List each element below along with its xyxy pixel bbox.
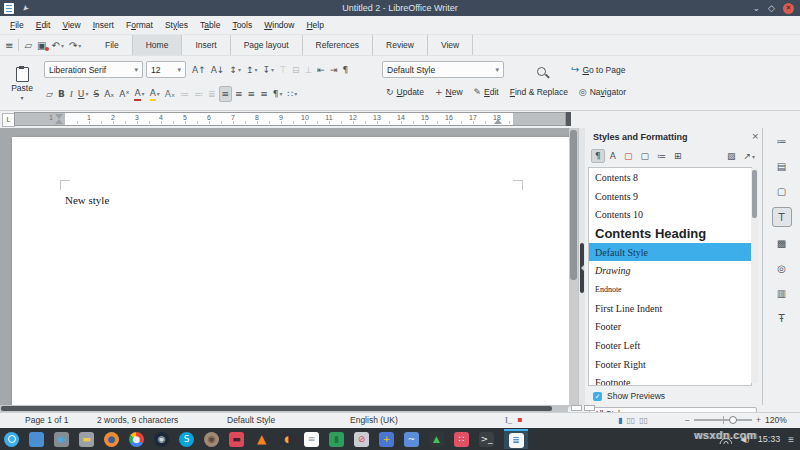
menu-item[interactable]: Help [300, 20, 329, 30]
notebookbar-tab[interactable]: Home [133, 35, 183, 55]
horizontal-scrollbar-thumb[interactable] [1, 406, 552, 411]
media-player-icon[interactable]: ▬ [229, 429, 244, 449]
audio-app-icon[interactable]: ~ [404, 429, 419, 449]
center-vertically-icon[interactable]: ⊟ [290, 62, 302, 78]
sidebar-splitter-handle[interactable] [580, 243, 584, 293]
find-replace-button[interactable]: Find & Replace [510, 87, 568, 97]
sidebar-tab-inspector[interactable]: Ŧ [773, 309, 791, 327]
zoom-in-button[interactable]: + [756, 415, 761, 425]
dots-app-icon[interactable]: ∷ [454, 429, 469, 449]
blocked-package-icon[interactable]: ⊘ [354, 429, 369, 449]
writer-taskbar-icon[interactable]: ≣ [504, 429, 528, 449]
superscript-icon[interactable]: Aˣ [117, 86, 131, 102]
menu-item[interactable]: Tools [226, 20, 258, 30]
menu-item[interactable]: File [4, 20, 30, 30]
dictionary-icon[interactable]: ▮ [329, 429, 344, 449]
zoom-slider-knob[interactable] [729, 416, 737, 424]
font-color-icon[interactable]: A▾ [132, 86, 146, 102]
numbered-list-icon[interactable]: ≕ [192, 86, 205, 102]
horizontal-ruler[interactable]: 1 123456789101112131415161718 [14, 112, 566, 126]
search-icon[interactable] [537, 67, 549, 79]
paragraph-style-combo[interactable]: Default Style ▾ [382, 61, 504, 78]
align-right-icon[interactable]: ≡ [246, 86, 258, 102]
chevron-down-icon[interactable]: ▾ [177, 66, 181, 74]
style-list-item[interactable]: Drawing [589, 261, 751, 280]
sidebar-tab-gallery[interactable]: ▩ [773, 234, 791, 252]
menu-item[interactable]: Styles [159, 20, 194, 30]
multi-page-view-icon[interactable]: ▯▯ [626, 415, 635, 425]
menu-item[interactable]: Format [120, 20, 159, 30]
goto-page-button[interactable]: ↪ Go to Page [571, 64, 625, 75]
sidebar-tab-page[interactable]: ▢ [773, 182, 791, 200]
book-view-icon[interactable]: ▯▯ [639, 415, 648, 425]
fill-format-mode-icon[interactable]: ▨ [724, 150, 739, 162]
maximize-button[interactable]: ◇ [768, 3, 775, 14]
show-desktop-icon[interactable]: ◉ [54, 429, 69, 449]
zoom-level[interactable]: 120% [765, 415, 787, 425]
justify-icon[interactable]: ≡ [258, 86, 270, 102]
style-list-item[interactable]: Contents Heading [589, 224, 751, 243]
clear-formatting-icon[interactable]: Aₓ [163, 86, 177, 102]
align-center-icon[interactable]: ≡ [233, 86, 245, 102]
sidebar-tab-document[interactable]: ▥ [773, 284, 791, 302]
crescent-app-icon[interactable]: ◖ [279, 429, 294, 449]
right-indent-marker[interactable] [494, 119, 502, 124]
styles-list-scrollbar[interactable] [751, 168, 758, 383]
menu-item[interactable]: Window [258, 20, 300, 30]
statusbar-paragraph-style[interactable]: Default Style [227, 415, 275, 425]
titlebar[interactable]: ➤ Untitled 2 - LibreOffice Writer ⌄ ◇ ✕ [0, 0, 800, 16]
align-left-icon[interactable]: ≡ [219, 86, 233, 102]
style-list-item[interactable]: Footer Right [589, 355, 751, 374]
close-button[interactable]: ✕ [783, 3, 794, 14]
notebookbar-tab[interactable]: File [92, 35, 133, 55]
sidebar-tab-format[interactable]: ▤ [773, 157, 791, 175]
grow-font-icon[interactable]: A↑ [190, 62, 208, 78]
paste-dropdown-caret[interactable]: ▾ [20, 94, 23, 101]
menu-item[interactable]: Insert [87, 20, 120, 30]
remote-desktop-icon[interactable]: + [379, 429, 394, 449]
file-manager-icon[interactable]: ▬ [79, 429, 94, 449]
word-count[interactable]: 2 words, 9 characters [97, 415, 178, 425]
bold-icon[interactable]: B [56, 86, 67, 102]
statusbar-language[interactable]: English (UK) [350, 415, 398, 425]
vertical-scrollbar[interactable] [569, 128, 578, 405]
notebookbar-tab[interactable]: Insert [182, 35, 230, 55]
align-top-icon[interactable]: ⊤ [277, 62, 289, 78]
list-styles-filter[interactable]: ≔ [654, 149, 669, 163]
align-bottom-icon[interactable]: ⊥ [302, 62, 314, 78]
firefox-icon[interactable]: ● [104, 429, 119, 449]
undo-icon[interactable]: ↶▾ [52, 40, 64, 51]
minimize-button[interactable]: ⌄ [753, 3, 761, 14]
insert-mode-icon[interactable]: I_ [505, 415, 512, 425]
shrink-font-icon[interactable]: A↓ [209, 62, 227, 78]
frame-styles-filter[interactable]: ▢ [621, 149, 636, 163]
steam-icon[interactable]: ◉ [154, 429, 169, 449]
style-list-item[interactable]: Contents 9 [589, 187, 751, 206]
hamburger-menu-icon[interactable]: ≡ [5, 40, 13, 51]
update-style-button[interactable]: ↻Update [386, 87, 424, 97]
underline-icon[interactable]: U▾ [76, 86, 91, 102]
list-format-icon[interactable]: ∷▾ [285, 86, 299, 102]
highlight-color-icon[interactable]: A▾ [148, 86, 162, 102]
style-list-item[interactable]: Footer Left [589, 336, 751, 355]
notebookbar-tab[interactable]: Review [373, 35, 428, 55]
character-styles-filter[interactable]: A [607, 149, 619, 163]
chevron-down-icon[interactable]: ▾ [134, 66, 138, 74]
document-page[interactable]: New style [12, 137, 570, 405]
outline-list-icon[interactable]: ≣ [206, 86, 218, 102]
decrease-paragraph-spacing-icon[interactable]: ↧▾ [261, 62, 277, 78]
show-previews-checkbox[interactable]: ✓ [593, 392, 602, 401]
style-list-item[interactable]: Footer [589, 318, 751, 337]
separator[interactable] [18, 39, 19, 51]
next-page-button[interactable] [584, 405, 595, 411]
close-icon[interactable]: × [751, 131, 759, 141]
menu-item[interactable]: Edit [30, 20, 57, 30]
paragraph-styles-filter[interactable]: ¶ [591, 149, 605, 163]
notebookbar-tab[interactable]: View [428, 35, 473, 55]
italic-icon[interactable]: I [68, 86, 75, 102]
formatting-marks-icon[interactable]: ¶ [340, 62, 350, 78]
text-editor-icon[interactable]: ≡ [304, 429, 319, 449]
document-modified-icon[interactable]: ▪ [517, 415, 522, 424]
paragraph-format-icon[interactable]: ¶▾ [271, 86, 285, 102]
previous-page-button[interactable] [571, 405, 582, 411]
